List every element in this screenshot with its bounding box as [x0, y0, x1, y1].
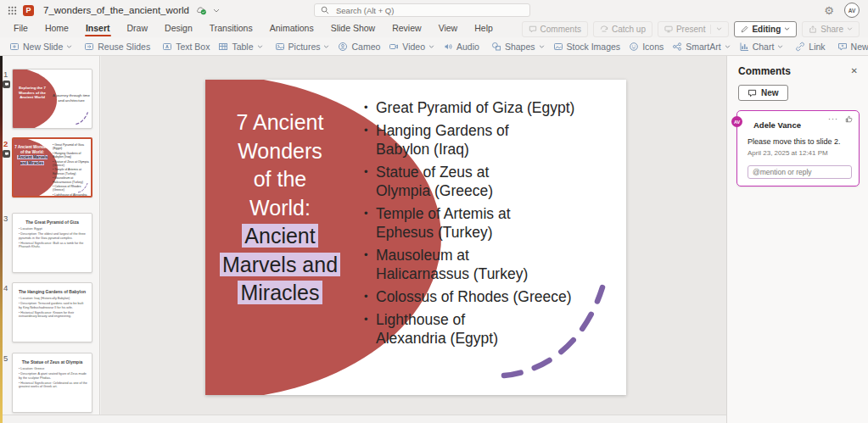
- ribbon-stock-images-button[interactable]: Stock Images: [549, 39, 625, 54]
- close-comments-icon[interactable]: ✕: [851, 67, 858, 75]
- ribbon-new-slide-button[interactable]: New Slide: [5, 39, 76, 54]
- thumbnail-1-title: Exploring the 7 Wonders of the Ancient W…: [16, 86, 48, 100]
- thumbnail-2-number: 2: [3, 139, 8, 148]
- menu-view[interactable]: View: [430, 20, 467, 37]
- settings-gear-icon[interactable]: ⚙: [824, 5, 834, 16]
- icons-smiley-icon: [629, 42, 639, 52]
- thumbnail-1-comment-badge-icon: [3, 81, 10, 88]
- comments-panel: Comments ✕ New AV Adele Vance ··· Please…: [726, 56, 868, 423]
- editing-mode-button[interactable]: Editing: [734, 21, 797, 37]
- pencil-icon: [741, 25, 748, 33]
- ribbon-text-box-button[interactable]: Text Box: [158, 39, 214, 54]
- menu-animations[interactable]: Animations: [261, 20, 322, 37]
- ribbon-toolbar: New Slide Reuse Slides Text Box Table Pi…: [0, 37, 868, 56]
- pictures-icon: [275, 42, 285, 52]
- menu-slide-show[interactable]: Slide Show: [322, 20, 384, 37]
- menu-file[interactable]: File: [5, 20, 36, 37]
- thumbnail-5-title: The Statue of Zeus at Olympia: [16, 359, 88, 365]
- background-bleed-strip: [0, 56, 3, 423]
- slide-bullet: Hanging Gardens ofBabylon (Iraq): [361, 121, 623, 159]
- current-slide[interactable]: 7 Ancient Wonders of the World: Ancient …: [205, 80, 626, 395]
- account-avatar[interactable]: AV: [844, 3, 860, 18]
- highlighted-title-text: Marvels and: [220, 253, 340, 276]
- search-box[interactable]: [314, 3, 530, 17]
- title-dropdown-chevron-icon[interactable]: [213, 8, 220, 13]
- slide-thumbnail-3[interactable]: The Great Pyramid of Giza Location: Egyp…: [12, 213, 92, 273]
- thumbnail-2-dash-decoration: [77, 182, 89, 194]
- ribbon-pictures-button[interactable]: Pictures: [271, 39, 334, 54]
- ribbon-reuse-slides-button[interactable]: Reuse Slides: [80, 39, 154, 54]
- menu-transitions[interactable]: Transitions: [201, 20, 261, 37]
- ribbon-video-button[interactable]: Video: [384, 39, 439, 54]
- new-slide-icon: [9, 42, 20, 52]
- ribbon-smartart-button[interactable]: SmartArt: [668, 39, 734, 54]
- ribbon-cameo-button[interactable]: Cameo: [333, 39, 384, 54]
- slide-thumbnail-2-selected[interactable]: 7 Ancient Wonders of the World: Ancient …: [12, 137, 92, 198]
- present-button[interactable]: Present: [658, 21, 729, 37]
- menu-design[interactable]: Design: [156, 20, 201, 37]
- title-bar: P 7_wonders_of_the_ancient_world ⚙ AV: [0, 0, 868, 20]
- smartart-icon: [672, 42, 682, 52]
- thumbnail-1-dash-decoration: [75, 111, 90, 126]
- catch-up-icon: [600, 25, 608, 33]
- app-launcher-icon[interactable]: [8, 6, 17, 15]
- slide-thumbnail-1[interactable]: Exploring the 7 Wonders of the Ancient W…: [12, 69, 92, 129]
- comment-text: Please move this to slide 2.: [748, 137, 852, 146]
- saved-cloud-icon[interactable]: [195, 5, 207, 15]
- comment-author-avatar: AV: [731, 116, 742, 127]
- audio-icon: [443, 42, 453, 52]
- menu-help[interactable]: Help: [466, 20, 501, 37]
- table-icon: [218, 42, 228, 52]
- new-comment-icon: [837, 42, 848, 52]
- highlighted-title-text: Ancient: [242, 224, 317, 248]
- slide-bullet: Temple of Artemis atEphesus (Turkey): [361, 204, 623, 242]
- powerpoint-logo-icon[interactable]: P: [23, 5, 34, 16]
- ribbon-audio-button[interactable]: Audio: [439, 39, 484, 54]
- share-dropdown-chevron-icon: [847, 27, 853, 31]
- document-title[interactable]: 7_wonders_of_the_ancient_world: [43, 5, 189, 15]
- slide-bullet: Mausoleum atHalicarnassus (Turkey): [361, 246, 623, 283]
- comment-bubble-icon: [748, 89, 757, 97]
- ribbon-new-comment-button[interactable]: New Comment: [833, 39, 868, 54]
- thumbnail-3-title: The Great Pyramid of Giza: [16, 220, 88, 225]
- shapes-icon: [491, 42, 501, 52]
- present-dropdown-chevron-icon[interactable]: [716, 27, 722, 31]
- search-input[interactable]: [334, 5, 524, 16]
- thumbnail-2-highlighted-text: Ancient Marvels and Miracles: [17, 155, 48, 164]
- menu-home[interactable]: Home: [36, 20, 77, 37]
- reuse-slides-icon: [84, 42, 94, 52]
- thumbnail-5-bullets: Location: Greece Description: A giant se…: [19, 367, 87, 389]
- menu-review[interactable]: Review: [384, 20, 429, 37]
- menu-draw[interactable]: Draw: [119, 20, 157, 37]
- ribbon-chart-button[interactable]: Chart: [735, 39, 788, 54]
- comment-like-icon[interactable]: [845, 115, 853, 123]
- ribbon-shapes-button[interactable]: Shapes: [487, 39, 549, 54]
- video-icon: [389, 42, 399, 52]
- comment-card[interactable]: AV Adele Vance ··· Please move this to s…: [736, 110, 860, 186]
- cameo-icon: [338, 42, 348, 52]
- menu-insert[interactable]: Insert: [77, 20, 119, 37]
- share-icon: [809, 25, 817, 33]
- thumbnail-4-number: 4: [3, 283, 8, 292]
- slide-title-textbox[interactable]: 7 Ancient Wonders of the World: Ancient …: [210, 109, 350, 308]
- thumbnail-3-bullets: Location: Egypt Description: The oldest …: [19, 227, 87, 249]
- catch-up-button[interactable]: Catch up: [593, 21, 652, 37]
- comment-more-options-icon[interactable]: ···: [828, 115, 838, 123]
- thumbnail-4-title: The Hanging Gardens of Babylon: [16, 289, 88, 294]
- thumbnail-2-comment-badge-icon: [3, 150, 10, 158]
- comments-button[interactable]: Comments: [522, 21, 588, 37]
- slide-dashed-arc-decoration[interactable]: [494, 279, 617, 391]
- stock-images-icon: [553, 42, 563, 52]
- comments-panel-title: Comments: [738, 65, 791, 77]
- comment-author-name: Adele Vance: [753, 120, 801, 130]
- thumbnail-5-number: 5: [3, 353, 8, 363]
- slide-thumbnail-4[interactable]: The Hanging Gardens of Babylon Location:…: [12, 282, 92, 342]
- share-button[interactable]: Share: [802, 21, 860, 37]
- ribbon-table-button[interactable]: Table: [214, 39, 266, 54]
- slide-bullet: Statue of Zeus atOlympia (Greece): [361, 163, 623, 200]
- slide-thumbnail-5[interactable]: The Statue of Zeus at Olympia Location: …: [12, 353, 92, 413]
- ribbon-link-button[interactable]: Link: [791, 39, 829, 54]
- new-comment-button[interactable]: New: [738, 85, 788, 101]
- comment-reply-input[interactable]: [748, 165, 852, 179]
- ribbon-icons-button[interactable]: Icons: [624, 39, 668, 54]
